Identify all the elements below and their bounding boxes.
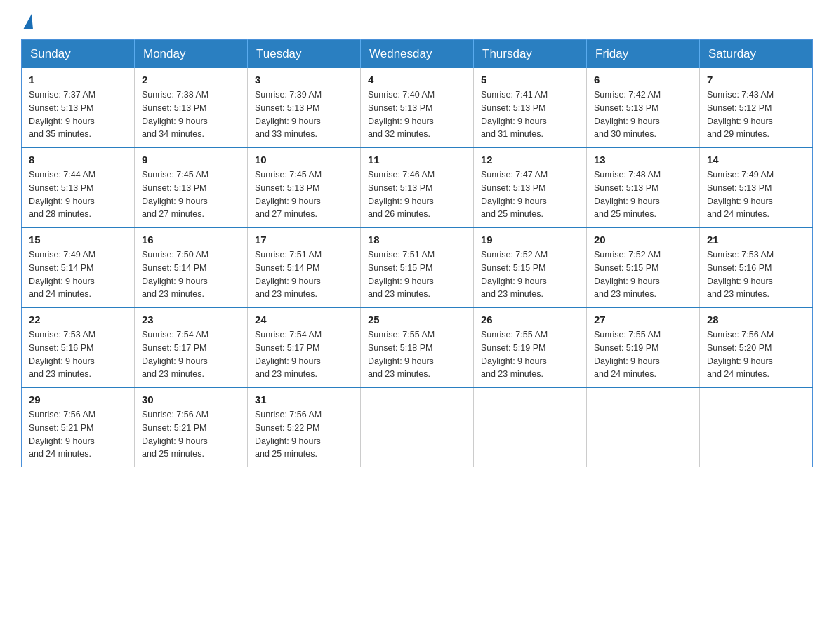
calendar-cell: 1 Sunrise: 7:37 AMSunset: 5:13 PMDayligh…	[22, 68, 135, 147]
day-number: 13	[594, 154, 692, 166]
logo	[21, 14, 33, 25]
calendar-cell	[587, 387, 700, 467]
day-info: Sunrise: 7:39 AMSunset: 5:13 PMDaylight:…	[255, 88, 353, 141]
calendar-cell: 3 Sunrise: 7:39 AMSunset: 5:13 PMDayligh…	[248, 68, 361, 147]
calendar-cell: 19 Sunrise: 7:52 AMSunset: 5:15 PMDaylig…	[474, 227, 587, 307]
calendar-cell: 17 Sunrise: 7:51 AMSunset: 5:14 PMDaylig…	[248, 227, 361, 307]
day-number: 12	[481, 154, 579, 166]
logo-line1	[21, 14, 33, 28]
calendar-cell: 13 Sunrise: 7:48 AMSunset: 5:13 PMDaylig…	[587, 147, 700, 227]
day-number: 6	[594, 74, 692, 86]
calendar-cell: 12 Sunrise: 7:47 AMSunset: 5:13 PMDaylig…	[474, 147, 587, 227]
day-info: Sunrise: 7:56 AMSunset: 5:22 PMDaylight:…	[255, 408, 353, 461]
day-info: Sunrise: 7:53 AMSunset: 5:16 PMDaylight:…	[29, 328, 127, 381]
day-info: Sunrise: 7:55 AMSunset: 5:19 PMDaylight:…	[594, 328, 692, 381]
calendar-week-row: 1 Sunrise: 7:37 AMSunset: 5:13 PMDayligh…	[22, 68, 813, 147]
day-info: Sunrise: 7:46 AMSunset: 5:13 PMDaylight:…	[368, 168, 466, 221]
header-monday: Monday	[135, 40, 248, 69]
day-number: 1	[29, 74, 127, 86]
day-info: Sunrise: 7:52 AMSunset: 5:15 PMDaylight:…	[481, 248, 579, 301]
day-info: Sunrise: 7:52 AMSunset: 5:15 PMDaylight:…	[594, 248, 692, 301]
day-number: 19	[481, 234, 579, 246]
calendar-table: SundayMondayTuesdayWednesdayThursdayFrid…	[21, 39, 813, 467]
calendar-week-row: 8 Sunrise: 7:44 AMSunset: 5:13 PMDayligh…	[22, 147, 813, 227]
day-info: Sunrise: 7:44 AMSunset: 5:13 PMDaylight:…	[29, 168, 127, 221]
calendar-cell: 28 Sunrise: 7:56 AMSunset: 5:20 PMDaylig…	[700, 307, 813, 387]
calendar-cell: 14 Sunrise: 7:49 AMSunset: 5:13 PMDaylig…	[700, 147, 813, 227]
calendar-cell: 8 Sunrise: 7:44 AMSunset: 5:13 PMDayligh…	[22, 147, 135, 227]
day-number: 5	[481, 74, 579, 86]
calendar-cell: 5 Sunrise: 7:41 AMSunset: 5:13 PMDayligh…	[474, 68, 587, 147]
day-number: 28	[707, 314, 805, 326]
day-number: 27	[594, 314, 692, 326]
calendar-cell: 31 Sunrise: 7:56 AMSunset: 5:22 PMDaylig…	[248, 387, 361, 467]
calendar-cell: 26 Sunrise: 7:55 AMSunset: 5:19 PMDaylig…	[474, 307, 587, 387]
day-number: 9	[142, 154, 240, 166]
day-number: 2	[142, 74, 240, 86]
calendar-cell: 24 Sunrise: 7:54 AMSunset: 5:17 PMDaylig…	[248, 307, 361, 387]
calendar-cell: 20 Sunrise: 7:52 AMSunset: 5:15 PMDaylig…	[587, 227, 700, 307]
calendar-cell	[700, 387, 813, 467]
calendar-week-row: 29 Sunrise: 7:56 AMSunset: 5:21 PMDaylig…	[22, 387, 813, 467]
calendar-cell: 18 Sunrise: 7:51 AMSunset: 5:15 PMDaylig…	[361, 227, 474, 307]
day-info: Sunrise: 7:37 AMSunset: 5:13 PMDaylight:…	[29, 88, 127, 141]
calendar-cell: 9 Sunrise: 7:45 AMSunset: 5:13 PMDayligh…	[135, 147, 248, 227]
day-number: 22	[29, 314, 127, 326]
calendar-cell: 30 Sunrise: 7:56 AMSunset: 5:21 PMDaylig…	[135, 387, 248, 467]
day-number: 23	[142, 314, 240, 326]
day-number: 30	[142, 394, 240, 405]
day-number: 15	[29, 234, 127, 246]
day-number: 10	[255, 154, 353, 166]
day-info: Sunrise: 7:55 AMSunset: 5:19 PMDaylight:…	[481, 328, 579, 381]
calendar-cell	[361, 387, 474, 467]
day-info: Sunrise: 7:38 AMSunset: 5:13 PMDaylight:…	[142, 88, 240, 141]
day-number: 18	[368, 234, 466, 246]
header-tuesday: Tuesday	[248, 40, 361, 69]
day-info: Sunrise: 7:54 AMSunset: 5:17 PMDaylight:…	[142, 328, 240, 381]
day-number: 3	[255, 74, 353, 86]
day-info: Sunrise: 7:43 AMSunset: 5:12 PMDaylight:…	[707, 88, 805, 141]
logo-triangle-icon	[23, 14, 33, 29]
day-number: 26	[481, 314, 579, 326]
day-info: Sunrise: 7:51 AMSunset: 5:15 PMDaylight:…	[368, 248, 466, 301]
day-info: Sunrise: 7:41 AMSunset: 5:13 PMDaylight:…	[481, 88, 579, 141]
day-info: Sunrise: 7:47 AMSunset: 5:13 PMDaylight:…	[481, 168, 579, 221]
day-number: 24	[255, 314, 353, 326]
day-info: Sunrise: 7:56 AMSunset: 5:21 PMDaylight:…	[142, 408, 240, 461]
calendar-cell: 2 Sunrise: 7:38 AMSunset: 5:13 PMDayligh…	[135, 68, 248, 147]
calendar-cell: 22 Sunrise: 7:53 AMSunset: 5:16 PMDaylig…	[22, 307, 135, 387]
calendar-header-row: SundayMondayTuesdayWednesdayThursdayFrid…	[22, 40, 813, 69]
day-info: Sunrise: 7:50 AMSunset: 5:14 PMDaylight:…	[142, 248, 240, 301]
calendar-week-row: 22 Sunrise: 7:53 AMSunset: 5:16 PMDaylig…	[22, 307, 813, 387]
day-number: 4	[368, 74, 466, 86]
calendar-cell: 7 Sunrise: 7:43 AMSunset: 5:12 PMDayligh…	[700, 68, 813, 147]
header-saturday: Saturday	[700, 40, 813, 69]
day-number: 11	[368, 154, 466, 166]
day-info: Sunrise: 7:40 AMSunset: 5:13 PMDaylight:…	[368, 88, 466, 141]
calendar-cell: 27 Sunrise: 7:55 AMSunset: 5:19 PMDaylig…	[587, 307, 700, 387]
day-number: 14	[707, 154, 805, 166]
day-info: Sunrise: 7:49 AMSunset: 5:13 PMDaylight:…	[707, 168, 805, 221]
day-info: Sunrise: 7:54 AMSunset: 5:17 PMDaylight:…	[255, 328, 353, 381]
day-number: 7	[707, 74, 805, 86]
header-thursday: Thursday	[474, 40, 587, 69]
header	[21, 14, 813, 25]
day-info: Sunrise: 7:56 AMSunset: 5:20 PMDaylight:…	[707, 328, 805, 381]
calendar-cell: 16 Sunrise: 7:50 AMSunset: 5:14 PMDaylig…	[135, 227, 248, 307]
header-sunday: Sunday	[22, 40, 135, 69]
day-info: Sunrise: 7:42 AMSunset: 5:13 PMDaylight:…	[594, 88, 692, 141]
day-info: Sunrise: 7:53 AMSunset: 5:16 PMDaylight:…	[707, 248, 805, 301]
calendar-cell: 11 Sunrise: 7:46 AMSunset: 5:13 PMDaylig…	[361, 147, 474, 227]
calendar-cell: 15 Sunrise: 7:49 AMSunset: 5:14 PMDaylig…	[22, 227, 135, 307]
header-friday: Friday	[587, 40, 700, 69]
calendar-cell	[474, 387, 587, 467]
day-number: 21	[707, 234, 805, 246]
day-info: Sunrise: 7:45 AMSunset: 5:13 PMDaylight:…	[255, 168, 353, 221]
day-number: 17	[255, 234, 353, 246]
day-info: Sunrise: 7:51 AMSunset: 5:14 PMDaylight:…	[255, 248, 353, 301]
day-number: 31	[255, 394, 353, 405]
day-number: 20	[594, 234, 692, 246]
calendar-cell: 10 Sunrise: 7:45 AMSunset: 5:13 PMDaylig…	[248, 147, 361, 227]
day-info: Sunrise: 7:48 AMSunset: 5:13 PMDaylight:…	[594, 168, 692, 221]
calendar-cell: 21 Sunrise: 7:53 AMSunset: 5:16 PMDaylig…	[700, 227, 813, 307]
